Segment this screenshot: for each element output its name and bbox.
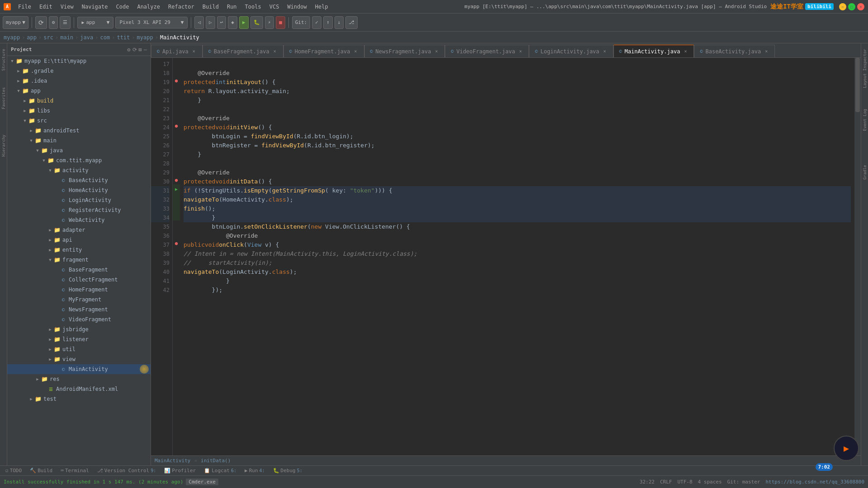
tree-item-loginactivity[interactable]: ▶ © LoginActivity [7,195,151,205]
tree-item-test[interactable]: ▶ 📁 test [7,394,151,404]
process-label[interactable]: Cmder.exe [186,479,218,485]
tree-item-fragment[interactable]: ▼ 📁 fragment [7,255,151,265]
tree-item-androidtest[interactable]: ▶ 📁 androidTest [7,126,151,136]
toolbar-settings[interactable]: ⚙ [49,16,58,29]
tree-item-collectfragment[interactable]: ▶ © CollectFragment [7,275,151,285]
line-ending[interactable]: CRLF [660,479,672,485]
tab-close-mainactivity[interactable]: × [683,49,688,54]
tab-close-homefragment[interactable]: × [353,49,359,54]
toolbar-sync[interactable]: ⟳ [35,16,47,29]
project-dropdown[interactable]: myapp ▼ [3,16,28,29]
tree-item-homefragment[interactable]: ▶ © HomeFragment [7,285,151,295]
git-pull[interactable]: ↓ [335,16,344,29]
project-menu-icon[interactable]: ⚙ [127,47,130,53]
tree-item-java[interactable]: ▼ 📁 java [7,145,151,155]
tree-item-videofragment[interactable]: ▶ © VideoFragment [7,314,151,324]
device-dropdown[interactable]: Pixel 3 XL API 29 ▼ [115,17,188,28]
project-close-icon[interactable]: — [144,47,147,53]
project-settings-icon[interactable]: ⊞ [139,47,142,53]
menu-tools[interactable]: Tools [241,3,265,11]
bc-myapp[interactable]: myapp [4,34,20,41]
indent-style[interactable]: 4 spaces [698,479,722,485]
tab-close-videofragment[interactable]: × [518,49,523,54]
tree-item-manifest[interactable]: ▶ ☰ AndroidManifest.xml [7,384,151,394]
tab-build[interactable]: 🔨 Build [26,466,56,475]
tab-videofragment-java[interactable]: © VideoFragment.java × [445,45,529,57]
tab-loginactivity-java[interactable]: © LoginActivity.java × [529,45,613,57]
tab-run[interactable]: ▶ Run 4: [241,466,269,475]
tab-version-control[interactable]: ⎇ Version Control 9: [94,466,160,475]
breadcrumb-initdata[interactable]: initData() [201,458,231,464]
encoding[interactable]: UTF-8 [677,479,692,485]
tree-item-newsfragment[interactable]: ▶ © NewsFragment [7,305,151,314]
tab-basefragment-java[interactable]: © BaseFragment.java × [203,45,283,57]
tree-item-res[interactable]: ▶ 📁 res [7,374,151,384]
tree-item-registeractivity[interactable]: ▶ © RegisterActivity [7,205,151,215]
sidebar-hierarchy[interactable]: Hierarchy [0,133,7,159]
menu-build[interactable]: Build [199,3,222,11]
tab-newsfragment-java[interactable]: © NewsFragment.java × [364,45,445,57]
tree-item-baseactivity[interactable]: ▶ © BaseActivity [7,175,151,185]
tree-item-libs[interactable]: ▶ 📁 libs [7,106,151,116]
floating-avatar[interactable]: ▶ [834,436,859,461]
tab-todo[interactable]: ☑ TODO [2,466,25,475]
menu-window[interactable]: Window [283,3,310,11]
sidebar-layout-inspector[interactable]: Layout Inspector [862,47,868,90]
git-branch[interactable]: ⎇ [345,16,358,29]
tab-terminal[interactable]: ⌨ Terminal [57,466,93,475]
toolbar-forward[interactable]: ▷ [206,16,215,29]
menu-view[interactable]: View [57,3,77,11]
tree-item-gradle[interactable]: ▶ 📁 .gradle [7,66,151,76]
bc-myapp2[interactable]: myapp [137,34,153,41]
toolbar-layout[interactable]: ☰ [60,16,71,29]
menu-edit[interactable]: Edit [36,3,56,11]
tree-item-basefragment[interactable]: ▶ © BaseFragment [7,265,151,275]
menu-code[interactable]: Code [113,3,133,11]
code-content[interactable]: @Override protected int initLayout() { r… [180,58,854,455]
git-status[interactable]: Git: master [727,479,760,485]
menu-run[interactable]: Run [223,3,241,11]
tree-item-entity[interactable]: ▶ 📁 entity [7,245,151,255]
minimize-button[interactable]: − [839,3,846,10]
tree-item-listener[interactable]: ▶ 📁 listener [7,334,151,344]
git-label[interactable]: Git: [292,16,311,29]
bc-app[interactable]: app [27,34,37,41]
tab-baseactivity-java[interactable]: © BaseActivity.java × [694,45,775,57]
menu-vcs[interactable]: VCS [266,3,283,11]
tree-item-main[interactable]: ▼ 📁 main [7,136,151,145]
app-module-dropdown[interactable]: ▶ app ▼ [77,17,113,28]
tree-item-build[interactable]: ▶ 📁 build [7,96,151,106]
tree-item-adapter[interactable]: ▶ 📁 adapter [7,225,151,235]
tree-item-webactivity[interactable]: ▶ © WebActivity [7,215,151,225]
stop-button[interactable]: ■ [276,16,285,29]
attach-button[interactable]: ⚡ [265,16,274,29]
tab-debug[interactable]: 🐛 Debug 5: [269,466,306,475]
tree-item-jsbridge[interactable]: ▶ 📁 jsbridge [7,324,151,334]
tree-item-myfragment[interactable]: ▶ © MyFragment [7,295,151,305]
tab-close-api[interactable]: × [191,49,197,54]
run-button[interactable]: ▶ [239,16,249,29]
tree-item-src[interactable]: ▼ 📁 src [7,116,151,126]
menu-refactor[interactable]: Refactor [165,3,198,11]
git-check[interactable]: ✓ [312,16,321,29]
tab-close-basefragment[interactable]: × [272,49,278,54]
tab-api-java[interactable]: © Api.java × [151,45,203,57]
debug-button[interactable]: 🐛 [250,16,263,29]
tree-item-myapp[interactable]: ▼ 📁 myapp E:\ttit\myapp [7,56,151,66]
tree-item-view[interactable]: ▶ 📁 view [7,354,151,364]
maximize-button[interactable]: □ [848,3,855,10]
bc-src[interactable]: src [43,34,53,41]
tab-close-newsfragment[interactable]: × [434,49,439,54]
breadcrumb-mainactivity[interactable]: MainActivity [155,458,190,464]
tab-logcat[interactable]: 📋 Logcat 6: [200,466,240,475]
tree-item-mainactivity[interactable]: ▶ © MainActivity [7,364,151,374]
blog-url[interactable]: https://blog.csdn.net/qq_33608800 [765,479,864,485]
bc-main[interactable]: main [60,34,73,41]
tab-mainactivity-java[interactable]: © MainActivity.java × [613,45,694,57]
cursor-position[interactable]: 32:22 [640,479,655,485]
tree-item-homeactivity[interactable]: ▶ © HomeActivity [7,185,151,195]
editor-scrollbar[interactable] [854,58,861,455]
toolbar-back[interactable]: ◁ [194,16,204,29]
bc-mainactivity[interactable]: MainActivity [160,34,199,41]
tree-item-package[interactable]: ▼ 📁 com.ttit.myapp [7,155,151,165]
